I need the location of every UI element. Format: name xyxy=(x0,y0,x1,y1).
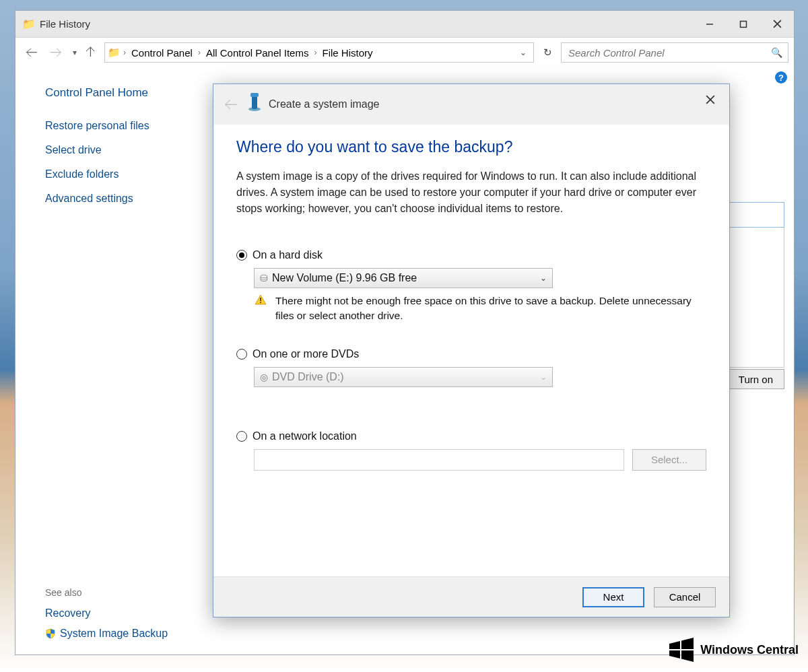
recent-locations-dropdown[interactable]: ▾ xyxy=(68,48,81,57)
minimize-button[interactable] xyxy=(693,11,727,38)
navigation-bar: 🡠 🡢 ▾ 🡡 📁 › Control Panel › All Control … xyxy=(15,38,794,67)
select-network-button[interactable]: Select... xyxy=(632,449,706,471)
disk-icon: ⛁ xyxy=(260,273,268,283)
option-hard-disk[interactable]: On a hard disk xyxy=(236,249,706,261)
see-also-header: See also xyxy=(45,587,197,598)
warning-text: There might not be enough free space on … xyxy=(275,294,706,324)
close-button[interactable] xyxy=(760,11,794,38)
sidebar-link-advanced[interactable]: Advanced settings xyxy=(45,193,197,205)
address-dropdown[interactable]: ⌄ xyxy=(516,48,531,57)
option-network[interactable]: On a network location xyxy=(236,430,706,442)
refresh-button[interactable]: ↻ xyxy=(538,42,557,63)
chevron-right-icon: › xyxy=(122,48,127,57)
warning-icon xyxy=(254,294,267,324)
radio-dvd[interactable] xyxy=(236,349,247,360)
turn-on-button[interactable]: Turn on xyxy=(727,369,784,389)
up-button[interactable]: 🡡 xyxy=(81,46,100,60)
system-image-icon xyxy=(246,92,263,117)
windows-logo-icon xyxy=(668,637,695,663)
dialog-title: Create a system image xyxy=(269,98,380,110)
dialog-back-button[interactable]: 🡠 xyxy=(222,97,240,112)
dialog-body: Where do you want to save the backup? A … xyxy=(213,125,729,562)
back-button[interactable]: 🡠 xyxy=(20,41,44,64)
folder-icon: 📁 xyxy=(22,18,36,30)
svg-rect-10 xyxy=(260,302,261,303)
svg-marker-14 xyxy=(681,650,694,662)
dialog-header: 🡠 Create a system image xyxy=(213,84,729,125)
dialog-description: A system image is a copy of the drives r… xyxy=(236,168,706,217)
chevron-right-icon: › xyxy=(197,48,202,57)
forward-button[interactable]: 🡢 xyxy=(44,41,68,64)
window-titlebar: 📁 File History xyxy=(15,11,794,38)
chevron-down-icon: ⌄ xyxy=(540,273,547,283)
option-dvd[interactable]: On one or more DVDs xyxy=(236,348,706,360)
hard-disk-dropdown[interactable]: ⛁ New Volume (E:) 9.96 GB free ⌄ xyxy=(254,268,553,288)
svg-rect-9 xyxy=(260,298,261,301)
svg-rect-1 xyxy=(741,21,747,27)
radio-hard-disk[interactable] xyxy=(236,250,247,261)
svg-marker-12 xyxy=(681,638,694,649)
search-input[interactable] xyxy=(567,46,771,59)
dvd-icon: ◎ xyxy=(260,372,268,382)
chevron-down-icon: ⌄ xyxy=(540,372,547,382)
sidebar-link-restore[interactable]: Restore personal files xyxy=(45,120,197,132)
search-icon: 🔍 xyxy=(771,47,782,58)
sidebar: Control Panel Home Restore personal file… xyxy=(15,67,211,654)
watermark: Windows Central xyxy=(668,637,799,663)
warning-row: There might not be enough free space on … xyxy=(254,294,706,324)
shield-icon xyxy=(45,628,56,639)
address-bar[interactable]: 📁 › Control Panel › All Control Panel It… xyxy=(104,42,534,63)
control-panel-home-link[interactable]: Control Panel Home xyxy=(45,86,197,100)
svg-marker-13 xyxy=(669,650,680,659)
dvd-dropdown[interactable]: ◎ DVD Drive (D:) ⌄ xyxy=(254,367,553,387)
breadcrumb-item[interactable]: File History xyxy=(318,47,376,59)
window-title: File History xyxy=(40,18,90,30)
folder-icon: 📁 xyxy=(108,46,121,59)
dialog-close-button[interactable] xyxy=(698,92,722,108)
svg-rect-6 xyxy=(250,93,259,97)
create-system-image-dialog: 🡠 Create a system image Where do you wan… xyxy=(213,83,730,617)
dialog-heading: Where do you want to save the backup? xyxy=(236,138,706,156)
svg-marker-11 xyxy=(669,641,680,649)
cancel-button[interactable]: Cancel xyxy=(654,587,716,607)
search-box[interactable]: 🔍 xyxy=(561,42,788,63)
breadcrumb-item[interactable]: All Control Panel Items xyxy=(202,47,313,59)
see-also-recovery[interactable]: Recovery xyxy=(45,607,197,619)
radio-network[interactable] xyxy=(236,431,247,442)
sidebar-link-exclude[interactable]: Exclude folders xyxy=(45,168,197,180)
chevron-right-icon: › xyxy=(312,48,318,57)
sidebar-link-select-drive[interactable]: Select drive xyxy=(45,144,197,156)
network-path-input[interactable] xyxy=(254,449,624,471)
dialog-footer: Next Cancel xyxy=(213,576,729,617)
breadcrumb-item[interactable]: Control Panel xyxy=(127,47,197,59)
see-also-system-image[interactable]: System Image Backup xyxy=(45,628,197,640)
next-button[interactable]: Next xyxy=(582,587,644,607)
maximize-button[interactable] xyxy=(727,11,760,38)
